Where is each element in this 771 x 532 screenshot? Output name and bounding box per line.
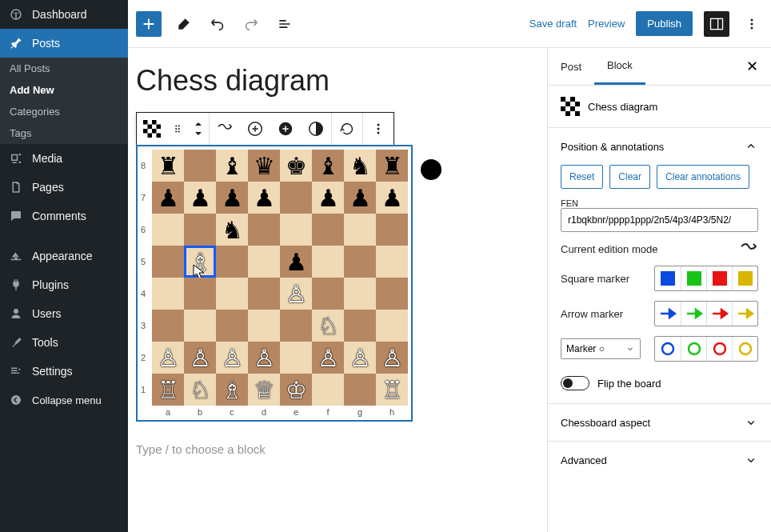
square-f2[interactable]: ♙ xyxy=(312,342,344,374)
menu-pages[interactable]: Pages xyxy=(0,173,128,202)
square-marker-red[interactable] xyxy=(706,266,732,290)
square-e8[interactable]: ♚ xyxy=(280,150,312,182)
square-h1[interactable]: ♖ xyxy=(376,374,408,406)
square-h5[interactable] xyxy=(376,246,408,278)
menu-dashboard[interactable]: Dashboard xyxy=(0,0,128,29)
menu-appearance[interactable]: Appearance xyxy=(0,242,128,270)
chessboard[interactable]: ♜♝♛♚♝♞♜♟♟♟♟♟♟♟♞♗♟♙♘♙♙♙♙♙♙♙♖♘♗♕♔♖ xyxy=(152,150,408,406)
section-aspect[interactable]: Chessboard aspect xyxy=(548,403,771,441)
square-c5[interactable] xyxy=(216,246,248,278)
square-g5[interactable] xyxy=(344,246,376,278)
square-c1[interactable]: ♗ xyxy=(216,374,248,406)
square-marker-yellow[interactable] xyxy=(732,266,757,290)
reset-button[interactable]: Reset xyxy=(561,165,603,189)
square-a6[interactable] xyxy=(152,214,184,246)
menu-collapse[interactable]: Collapse menu xyxy=(0,386,128,414)
document-outline-button[interactable] xyxy=(274,13,296,35)
square-h4[interactable] xyxy=(376,278,408,310)
menu-media[interactable]: Media xyxy=(0,144,128,173)
square-g4[interactable] xyxy=(344,278,376,310)
square-f5[interactable] xyxy=(312,246,344,278)
circle-marker-blue[interactable] xyxy=(655,337,681,361)
square-e6[interactable] xyxy=(280,214,312,246)
square-e2[interactable] xyxy=(280,342,312,374)
square-d4[interactable] xyxy=(248,278,280,310)
square-d1[interactable]: ♕ xyxy=(248,374,280,406)
square-g6[interactable] xyxy=(344,214,376,246)
flip-board-toggle[interactable] xyxy=(561,376,589,390)
edit-tool-button[interactable] xyxy=(173,13,195,35)
menu-plugins[interactable]: Plugins xyxy=(0,270,128,299)
block-placeholder[interactable]: Type / to choose a block xyxy=(136,442,507,456)
square-a2[interactable]: ♙ xyxy=(152,342,184,374)
submenu-tags[interactable]: Tags xyxy=(0,122,128,144)
menu-users[interactable]: Users xyxy=(0,299,128,328)
square-e7[interactable] xyxy=(280,182,312,214)
square-g1[interactable] xyxy=(344,374,376,406)
save-draft-button[interactable]: Save draft xyxy=(529,18,577,30)
square-a1[interactable]: ♖ xyxy=(152,374,184,406)
arrow-marker-yellow[interactable] xyxy=(732,302,757,326)
editor-canvas[interactable]: Chess diagram xyxy=(128,48,547,532)
close-inspector-button[interactable]: ✕ xyxy=(740,51,765,82)
arrow-marker-blue[interactable] xyxy=(655,302,681,326)
clear-button[interactable]: Clear xyxy=(609,165,650,189)
square-b5[interactable]: ♗ xyxy=(184,246,216,278)
square-a8[interactable]: ♜ xyxy=(152,150,184,182)
square-h6[interactable] xyxy=(376,214,408,246)
square-h3[interactable] xyxy=(376,310,408,342)
block-more-options[interactable] xyxy=(363,113,393,145)
square-e1[interactable]: ♔ xyxy=(280,374,312,406)
square-d7[interactable]: ♟ xyxy=(248,182,280,214)
square-b4[interactable] xyxy=(184,278,216,310)
arrow-marker-red[interactable] xyxy=(706,302,732,326)
square-a4[interactable] xyxy=(152,278,184,310)
menu-comments[interactable]: Comments xyxy=(0,202,128,230)
square-c7[interactable]: ♟ xyxy=(216,182,248,214)
square-d6[interactable] xyxy=(248,214,280,246)
settings-panel-button[interactable] xyxy=(704,11,729,37)
submenu-all-posts[interactable]: All Posts xyxy=(0,58,128,79)
move-buttons[interactable] xyxy=(188,113,209,145)
square-a5[interactable] xyxy=(152,246,184,278)
square-b2[interactable]: ♙ xyxy=(184,342,216,374)
square-h7[interactable]: ♟ xyxy=(376,182,408,214)
square-d3[interactable] xyxy=(248,310,280,342)
square-a7[interactable]: ♟ xyxy=(152,182,184,214)
square-f6[interactable] xyxy=(312,214,344,246)
square-b7[interactable]: ♟ xyxy=(184,182,216,214)
square-a3[interactable] xyxy=(152,310,184,342)
square-e5[interactable]: ♟ xyxy=(280,246,312,278)
rotate-tool[interactable] xyxy=(332,113,362,145)
section-advanced[interactable]: Advanced xyxy=(548,441,771,478)
add-piece-tool[interactable] xyxy=(240,113,270,145)
add-piece-filled-tool[interactable] xyxy=(270,113,301,145)
square-h8[interactable]: ♜ xyxy=(376,150,408,182)
square-c2[interactable]: ♙ xyxy=(216,342,248,374)
square-c4[interactable] xyxy=(216,278,248,310)
half-circle-tool[interactable] xyxy=(301,113,331,145)
square-e4[interactable]: ♙ xyxy=(280,278,312,310)
square-f7[interactable]: ♟ xyxy=(312,182,344,214)
square-b6[interactable] xyxy=(184,214,216,246)
more-options-button[interactable] xyxy=(741,13,763,35)
fen-input[interactable] xyxy=(561,208,758,232)
tab-block[interactable]: Block xyxy=(594,48,645,85)
redo-button[interactable] xyxy=(240,13,262,35)
circle-marker-yellow[interactable] xyxy=(732,337,757,361)
circle-marker-red[interactable] xyxy=(706,337,732,361)
menu-tools[interactable]: Tools xyxy=(0,328,128,357)
square-f8[interactable]: ♝ xyxy=(312,150,344,182)
post-title[interactable]: Chess diagram xyxy=(136,56,507,106)
square-f3[interactable]: ♘ xyxy=(312,310,344,342)
square-c6[interactable]: ♞ xyxy=(216,214,248,246)
square-f4[interactable] xyxy=(312,278,344,310)
undo-button[interactable] xyxy=(206,13,229,35)
square-b1[interactable]: ♘ xyxy=(184,374,216,406)
square-h2[interactable]: ♙ xyxy=(376,342,408,374)
square-c3[interactable] xyxy=(216,310,248,342)
square-d2[interactable]: ♙ xyxy=(248,342,280,374)
arrow-marker-green[interactable] xyxy=(681,302,706,326)
square-f1[interactable] xyxy=(312,374,344,406)
menu-settings[interactable]: Settings xyxy=(0,357,128,386)
